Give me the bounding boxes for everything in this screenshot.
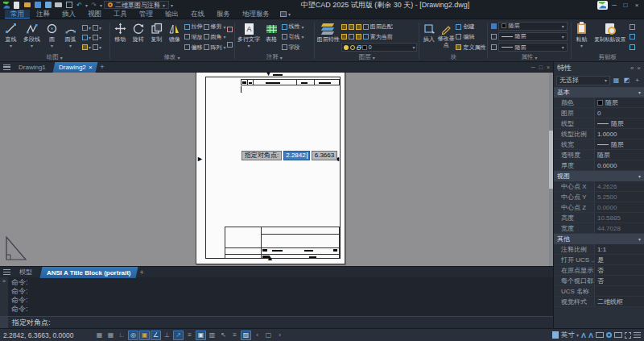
layer-tool-icon[interactable]: [341, 24, 347, 30]
dynamic-input-icon[interactable]: ↗: [173, 331, 184, 340]
property-row-annotation-scale[interactable]: 注释比例1:1: [554, 244, 644, 255]
property-row-ucs-at-origin[interactable]: 在原点显示 ...否: [554, 265, 644, 276]
tab-home[interactable]: 常用: [5, 10, 30, 19]
layout-tab-menu-icon[interactable]: [3, 269, 10, 275]
transparency-icon[interactable]: ▣: [196, 331, 206, 340]
doc-tab-drawing1[interactable]: Drawing1: [14, 62, 51, 73]
property-row-width[interactable]: 宽度44.7028: [554, 223, 644, 234]
property-row-thickness[interactable]: 厚度0.0000: [554, 160, 644, 171]
lineweight-display-icon[interactable]: ≡: [184, 331, 195, 340]
maximize-button[interactable]: □: [621, 2, 630, 9]
close-command-icon[interactable]: ×: [2, 277, 6, 285]
layer-tool-icon[interactable]: [356, 34, 361, 40]
explode-button[interactable]: [227, 40, 233, 49]
minimize-button[interactable]: ─: [609, 2, 619, 9]
mirror-button[interactable]: 镜像: [166, 21, 184, 53]
table-button[interactable]: 表格: [262, 21, 281, 53]
trim-button[interactable]: 修剪▾: [204, 23, 226, 31]
spline-icon[interactable]: ▾: [93, 25, 101, 31]
define-attributes-button[interactable]: 定义属性: [456, 43, 485, 52]
selection-cycling-icon[interactable]: ▥: [207, 331, 217, 340]
dynamic-input-x-field[interactable]: 2.2842: [283, 151, 309, 160]
close-palette-icon[interactable]: ×: [637, 64, 641, 72]
section-view[interactable]: 视图▾: [554, 171, 644, 181]
next-status-icon[interactable]: ›: [275, 331, 285, 340]
grid-display-icon[interactable]: ▦: [94, 331, 105, 340]
paste-settings-button[interactable]: 复制粘贴设置: [592, 21, 629, 53]
point-icon[interactable]: ▾: [93, 35, 101, 40]
annotation-monitor-icon[interactable]: ↖: [218, 331, 229, 340]
array-button[interactable]: 阵列▾: [204, 43, 226, 52]
command-history[interactable]: × 命令: 命令: 命令: 命令:: [0, 277, 553, 316]
copy-clip-button[interactable]: [630, 32, 635, 41]
tab-online[interactable]: 在线: [185, 10, 210, 19]
dynamic-input-y-field[interactable]: 6.3663: [312, 151, 337, 160]
layer-tool-icon[interactable]: [363, 24, 369, 30]
layout-tab-ansi-a[interactable]: ANSI A Title Block (portrait): [40, 267, 138, 278]
layer-match-button[interactable]: 图层匹配: [370, 23, 393, 31]
arc-button[interactable]: 圆弧▾: [61, 21, 80, 53]
mdi-close-icon[interactable]: ×: [547, 64, 550, 70]
paper-space-icon[interactable]: [552, 331, 559, 339]
units-dropdown[interactable]: 英寸▾: [561, 331, 579, 340]
hatch-icon[interactable]: ▾: [82, 44, 91, 50]
workspace-switcher[interactable]: 二维草图与注释 ▾: [104, 1, 169, 9]
paste-button[interactable]: 粘贴▾: [573, 21, 591, 53]
drawing-canvas[interactable]: ▼ ▲ ► ◄ 指定对角点: 2.2842 6.3663: [0, 73, 553, 266]
annotation-autoscale-icon[interactable]: Λ: [588, 331, 593, 339]
mtext-button[interactable]: A 多行文字▾: [237, 21, 262, 53]
property-row-ucs-name[interactable]: UCS 名称: [554, 286, 644, 297]
linetype-control[interactable]: 随层▾: [491, 43, 567, 52]
open-file-icon[interactable]: [23, 1, 31, 10]
redo-icon[interactable]: ↷: [89, 1, 98, 10]
annotate-panel-label[interactable]: 注释▾: [237, 53, 312, 61]
property-row-height[interactable]: 高度10.5885: [554, 213, 644, 223]
color-control[interactable]: 随层▾: [491, 21, 567, 31]
rectangle-icon[interactable]: ▾: [82, 25, 91, 31]
select-objects-icon[interactable]: ◩: [622, 77, 631, 84]
section-other[interactable]: 其他▾: [554, 234, 644, 244]
quick-properties-icon[interactable]: ≡: [229, 331, 240, 340]
object-snap-icon[interactable]: ◎: [128, 331, 138, 340]
properties-panel-label[interactable]: 属性▾: [489, 53, 568, 61]
modify-panel-label[interactable]: 修改▾: [112, 53, 233, 61]
annotation-visibility-icon[interactable]: Λ: [581, 331, 586, 339]
tab-services[interactable]: 服务: [211, 10, 236, 19]
property-row-center-y[interactable]: 中心点 Y5.2500: [554, 192, 644, 202]
tab-annotate[interactable]: 注释: [31, 10, 56, 19]
canvas-scrollbar[interactable]: [549, 73, 553, 266]
property-row-lineweight[interactable]: 线宽随层: [554, 139, 644, 150]
snap-mode-icon[interactable]: ▦: [105, 331, 116, 340]
copy-button[interactable]: 复制: [148, 21, 166, 53]
plot-preview-icon[interactable]: [64, 1, 73, 10]
ribbon-display-toggle[interactable]: ▾: [276, 10, 295, 19]
move-button[interactable]: 移动: [112, 21, 130, 53]
settings-gear-icon[interactable]: [606, 332, 612, 338]
new-layout-button[interactable]: +: [140, 268, 144, 277]
save-as-icon[interactable]: [43, 1, 52, 10]
layer-tool-icon[interactable]: [356, 24, 361, 30]
undo-chevron-icon[interactable]: ▾: [85, 2, 88, 8]
insert-block-button[interactable]: 插入: [421, 21, 436, 53]
toggle-pickadd-icon[interactable]: ▦: [612, 77, 621, 84]
scrollbar-thumb[interactable]: [549, 131, 553, 189]
block-panel-label[interactable]: 块: [421, 53, 485, 61]
linear-dim-button[interactable]: 线性▾: [282, 23, 304, 31]
clipboard-panel-label[interactable]: 剪贴板: [573, 53, 642, 61]
command-input[interactable]: 指定对角点:: [0, 316, 553, 328]
property-row-color[interactable]: 颜色随层: [554, 98, 644, 108]
layer-on-icon[interactable]: [344, 45, 349, 50]
mdi-minimize-icon[interactable]: ─: [531, 64, 535, 70]
layer-freeze-icon[interactable]: [350, 45, 355, 50]
layer-panel-label[interactable]: 图层▾: [316, 53, 418, 61]
mdi-restore-icon[interactable]: □: [539, 64, 543, 70]
edit-base-point-button[interactable]: 修改基点: [437, 21, 455, 53]
fullscreen-icon[interactable]: [625, 332, 631, 339]
ellipse-icon[interactable]: ▾: [82, 35, 91, 40]
field-button[interactable]: 字段: [282, 43, 304, 52]
tab-output[interactable]: 输出: [159, 10, 184, 19]
line-button[interactable]: 直线▾: [2, 21, 20, 53]
selection-filter-icon[interactable]: ▨: [241, 331, 251, 340]
tab-insert[interactable]: 插入: [56, 10, 81, 19]
new-file-icon[interactable]: [12, 1, 21, 10]
